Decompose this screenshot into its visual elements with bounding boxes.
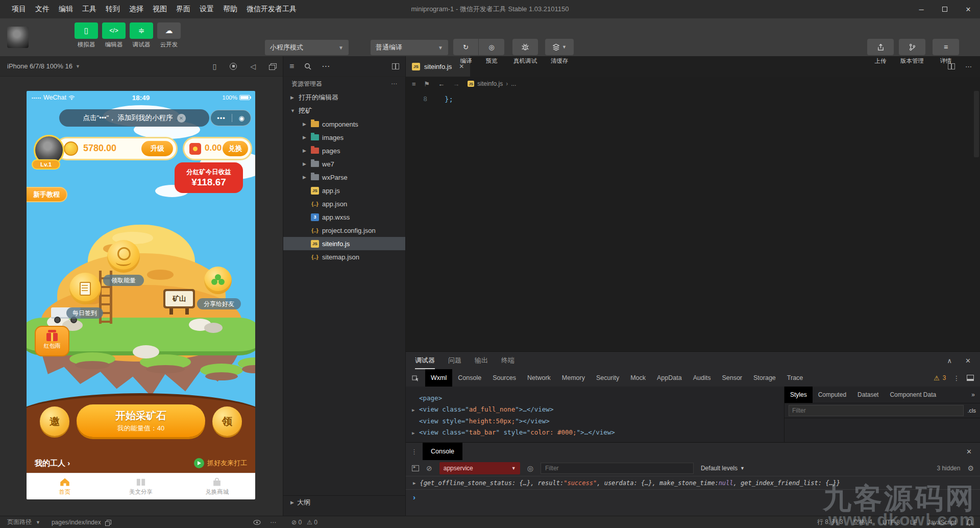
clear-cache-button[interactable]: ▼ 清缓存 [545, 39, 574, 65]
dock-icon[interactable] [967, 375, 974, 381]
context-select[interactable]: appservice ▼ [439, 462, 520, 474]
project-root[interactable]: ▼挖矿 [283, 104, 405, 117]
my-workers-link[interactable]: 我的工人 › [35, 459, 70, 468]
open-editors-section[interactable]: ▶打开的编辑器 [283, 91, 405, 104]
console-tab[interactable]: Console [423, 443, 462, 460]
record-icon[interactable] [230, 63, 237, 70]
tab-output[interactable]: 输出 [475, 356, 488, 365]
error-indicator[interactable]: ⊘ 0 [291, 519, 302, 526]
redpacket-rain-button[interactable]: 红包雨 [35, 326, 69, 356]
close-icon[interactable]: ✕ [965, 357, 971, 365]
close-icon[interactable]: ✕ [966, 448, 980, 455]
sidebar-toggle-icon[interactable] [412, 465, 419, 471]
console-log-entry[interactable]: ▶ {get_offline_stone_status: {…}, result… [406, 476, 980, 490]
cloud-dev-toggle[interactable]: ☁ 云开发 [157, 22, 181, 49]
forward-arrow-icon[interactable]: → [453, 80, 459, 88]
list-icon[interactable]: ≡ [412, 80, 416, 88]
console-prompt[interactable]: › [406, 490, 980, 504]
devtab-appdata[interactable]: AppData [651, 369, 688, 387]
collapse-icon[interactable]: ∧ [947, 357, 952, 365]
menu-view[interactable]: 视图 [148, 0, 172, 18]
preview-button[interactable]: ◎ [479, 39, 504, 55]
tree-folder-images[interactable]: ▶images [283, 131, 405, 144]
mode-select[interactable]: 小程序模式▼ [265, 40, 349, 55]
copy-icon[interactable] [105, 520, 110, 525]
gear-icon[interactable]: ⚙ [967, 464, 974, 472]
rotate-device-icon[interactable]: ▯ [213, 62, 217, 70]
tree-file-project-config[interactable]: {..}project.config.json [283, 224, 405, 237]
menu-tools[interactable]: 工具 [78, 0, 101, 18]
upload-button[interactable]: 上传 [867, 39, 894, 65]
bookmark-icon[interactable]: ⚑ [424, 80, 430, 88]
page-path-label[interactable]: 页面路径 [7, 518, 32, 526]
debugger-toggle[interactable]: ≑ 调试器 [129, 22, 154, 49]
warning-indicator[interactable]: ⚠ 0 [307, 519, 317, 526]
menu-select[interactable]: 选择 [125, 0, 148, 18]
collect-energy-button[interactable] [107, 240, 140, 273]
devtab-console[interactable]: Console [452, 369, 487, 387]
language-mode[interactable]: JavaScript [927, 519, 956, 526]
styles-filter-input[interactable] [789, 405, 964, 416]
details-button[interactable]: ≡ 详情 [933, 39, 959, 65]
tree-folder-we7[interactable]: ▶we7 [283, 157, 405, 171]
devtab-sensor[interactable]: Sensor [716, 369, 748, 387]
outline-section[interactable]: ▶大纲 [283, 495, 405, 509]
styles-tab[interactable]: Styles [785, 387, 813, 403]
more-menu-button[interactable]: ••• [217, 114, 226, 122]
devtab-memory[interactable]: Memory [556, 369, 591, 387]
tree-file-app-json[interactable]: {..}app.json [283, 197, 405, 210]
devtab-sources[interactable]: Sources [487, 369, 522, 387]
computed-tab[interactable]: Computed [813, 387, 852, 403]
close-button[interactable]: ✕ [957, 0, 980, 18]
compile-button[interactable]: ↻ [453, 39, 479, 55]
tree-folder-pages[interactable]: ▶pages [283, 144, 405, 157]
tree-file-app-wxss[interactable]: 3app.wxss [283, 210, 405, 224]
more-horizontal-icon[interactable]: ⋯ [391, 80, 397, 87]
devtab-storage[interactable]: Storage [748, 369, 781, 387]
cls-button[interactable]: .cls [968, 407, 976, 414]
close-miniprogram-button[interactable]: ◉ [238, 114, 244, 122]
menu-edit[interactable]: 编辑 [54, 0, 78, 18]
remote-debug-button[interactable]: 真机调试 [512, 39, 538, 65]
more-horizontal-icon[interactable]: ⋯ [965, 63, 972, 70]
tree-file-siteinfo-js[interactable]: JSsiteinfo.js [283, 237, 405, 250]
user-avatar[interactable] [7, 27, 29, 48]
devtab-network[interactable]: Network [522, 369, 556, 387]
devtab-audits[interactable]: Audits [688, 369, 717, 387]
warning-icon[interactable]: ⚠ [934, 374, 940, 382]
tree-file-sitemap-json[interactable]: {..}sitemap.json [283, 250, 405, 263]
device-select[interactable]: iPhone 6/7/8 100% 16 ▼ [7, 62, 80, 70]
drag-handle-icon[interactable]: ⋮ [406, 448, 423, 455]
indent-setting[interactable]: 空格: 4 [853, 518, 872, 526]
mute-icon[interactable]: ◁ [250, 62, 256, 70]
tree-folder-wxparse[interactable]: ▶wxParse [283, 171, 405, 184]
devtab-trace[interactable]: Trace [781, 369, 809, 387]
split-editor-icon[interactable] [392, 63, 399, 69]
upgrade-button[interactable]: 升级 [141, 141, 173, 156]
more-vertical-icon[interactable]: ⋮ [953, 374, 960, 382]
maximize-button[interactable] [933, 0, 957, 18]
wxml-tree[interactable]: <page> ▶<view class="ad_full_none">…</vi… [406, 387, 784, 443]
minimize-button[interactable]: ─ [910, 0, 933, 18]
eol-setting[interactable]: LF [910, 519, 917, 526]
search-icon[interactable] [304, 63, 311, 70]
bell-icon[interactable] [966, 519, 973, 526]
devtab-wxml[interactable]: Wxml [425, 369, 452, 387]
more-tabs-icon[interactable]: » [971, 391, 980, 398]
editor-scrollbar[interactable] [974, 91, 979, 157]
tab-shop[interactable]: 兑换商城 [179, 473, 255, 499]
more-horizontal-icon[interactable]: ⋯ [270, 519, 276, 526]
editor-toggle[interactable]: </> 编辑器 [102, 22, 126, 49]
tab-debugger[interactable]: 调试器 [415, 356, 435, 365]
claim-button[interactable]: 领 [212, 406, 242, 436]
clear-console-icon[interactable]: ⊘ [426, 464, 432, 472]
back-arrow-icon[interactable]: ← [438, 80, 445, 88]
breadcrumb[interactable]: JS siteinfo.js › ... [468, 80, 516, 87]
dividend-badge[interactable]: 分红矿今日收益 ¥118.67 [175, 162, 243, 193]
menu-project[interactable]: 项目 [7, 0, 31, 18]
list-icon[interactable]: ≡ [289, 62, 294, 71]
tab-problems[interactable]: 问题 [448, 356, 461, 365]
menu-interface[interactable]: 界面 [172, 0, 195, 18]
log-levels-select[interactable]: Default levels ▼ [701, 465, 745, 472]
devtab-security[interactable]: Security [591, 369, 625, 387]
